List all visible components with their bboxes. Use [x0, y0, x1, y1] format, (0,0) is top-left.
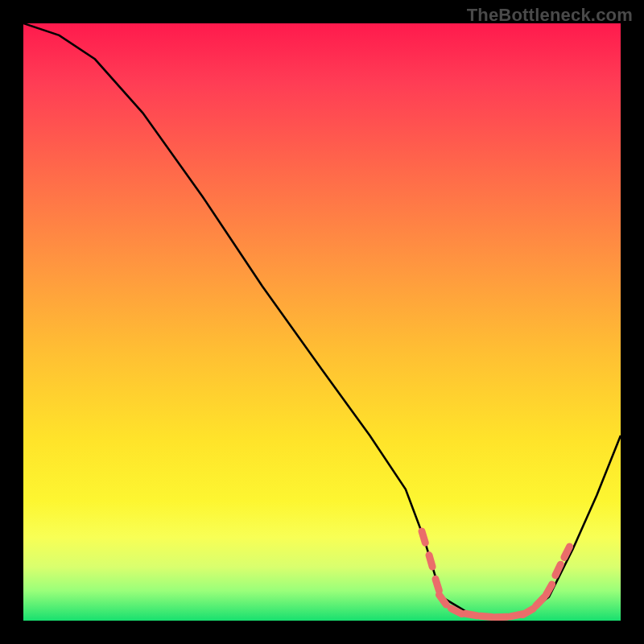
marker-dash	[536, 597, 544, 606]
marker-dash	[436, 579, 439, 590]
marker-dash	[546, 584, 551, 595]
curve-line	[23, 23, 621, 617]
marker-dash	[481, 616, 493, 617]
marker-dash	[465, 613, 477, 616]
marker-dash	[522, 609, 533, 614]
marker-dash	[422, 531, 425, 543]
marker-dash	[451, 609, 461, 614]
bottleneck-curve	[23, 23, 621, 621]
plot-area	[23, 23, 621, 621]
chart-frame: TheBottleneck.com	[0, 0, 644, 644]
marker-dash	[429, 555, 432, 567]
marker-dash	[495, 617, 507, 617]
marker-dash	[439, 595, 446, 605]
marker-dash	[555, 564, 560, 576]
marker-dash	[564, 547, 570, 557]
bottom-segment-markers	[422, 531, 570, 617]
